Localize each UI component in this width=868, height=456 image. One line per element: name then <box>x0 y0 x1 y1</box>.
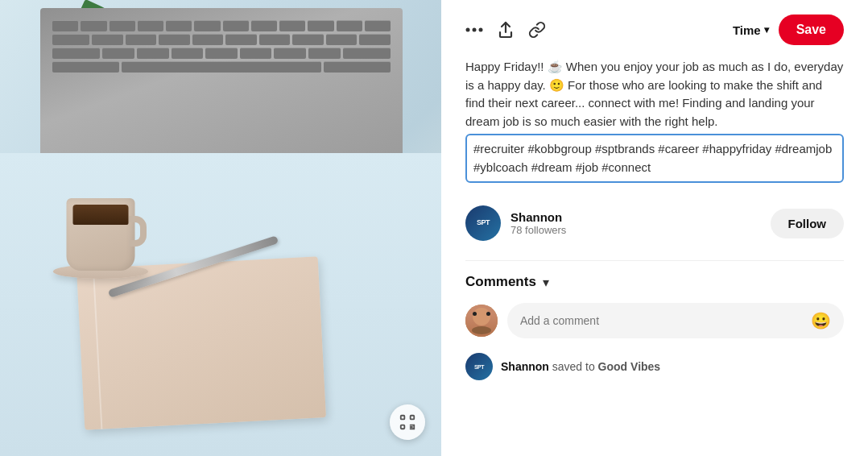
coffee-cup-assembly <box>48 150 153 279</box>
svg-point-9 <box>479 28 483 32</box>
svg-point-7 <box>466 28 470 32</box>
follow-button[interactable]: Follow <box>771 209 845 238</box>
notebook <box>76 256 326 429</box>
save-button[interactable]: Save <box>779 15 844 45</box>
svg-point-8 <box>473 28 477 32</box>
comments-section-header: Comments ▾ <box>465 274 844 290</box>
toolbar-right: Time ▾ Save <box>733 15 844 45</box>
visual-search-button[interactable] <box>390 404 425 440</box>
saved-to-text: saved to <box>552 360 598 373</box>
svg-rect-0 <box>401 416 405 420</box>
avatar-text: SPT <box>477 219 490 227</box>
author-info: SPT Shannon 78 followers <box>465 205 566 241</box>
laptop-keyboard <box>40 8 403 169</box>
comment-input[interactable] <box>520 314 811 327</box>
saved-avatar-text: SPT <box>474 364 484 370</box>
saved-board-name: Good Vibes <box>598 360 661 373</box>
saved-by-text: Shannon saved to Good Vibes <box>501 360 660 373</box>
chevron-down-icon: ▾ <box>764 24 769 35</box>
toolbar: Time ▾ Save <box>465 0 844 58</box>
share-button[interactable] <box>498 21 514 39</box>
pin-image-panel <box>0 0 441 456</box>
author-avatar[interactable]: SPT <box>465 205 501 241</box>
comments-toggle-icon[interactable]: ▾ <box>543 275 549 290</box>
divider <box>465 260 844 261</box>
right-panel: Time ▾ Save Happy Friday!! ☕ When you en… <box>441 0 868 456</box>
author-followers: 78 followers <box>510 224 566 236</box>
time-dropdown[interactable]: Time ▾ <box>733 23 769 37</box>
add-comment-row: 😀 <box>465 303 844 338</box>
description-text: Happy Friday!! ☕ When you enjoy your job… <box>465 60 843 128</box>
toolbar-left-icons <box>465 21 546 39</box>
hashtag-box: #recruiter #kobbgroup #sptbrands #career… <box>465 134 844 183</box>
pin-description: Happy Friday!! ☕ When you enjoy your job… <box>465 58 844 183</box>
saved-by-name: Shannon <box>501 360 549 373</box>
more-options-button[interactable] <box>465 27 483 32</box>
svg-rect-1 <box>411 416 415 420</box>
comment-input-wrapper[interactable]: 😀 <box>507 303 844 338</box>
link-button[interactable] <box>528 21 546 39</box>
hashtags: #recruiter #kobbgroup #sptbrands #career… <box>473 142 832 174</box>
emoji-button[interactable]: 😀 <box>811 311 831 330</box>
author-row: SPT Shannon 78 followers Follow <box>465 205 844 241</box>
saved-by-row: SPT Shannon saved to Good Vibes <box>465 353 844 380</box>
author-name: Shannon <box>510 210 566 224</box>
comments-title: Comments <box>465 274 536 290</box>
svg-rect-2 <box>401 425 405 429</box>
pin-image <box>0 0 441 456</box>
saved-by-avatar: SPT <box>465 353 493 380</box>
author-details: Shannon 78 followers <box>510 210 566 236</box>
current-user-avatar <box>465 305 498 337</box>
time-label: Time <box>733 23 761 37</box>
